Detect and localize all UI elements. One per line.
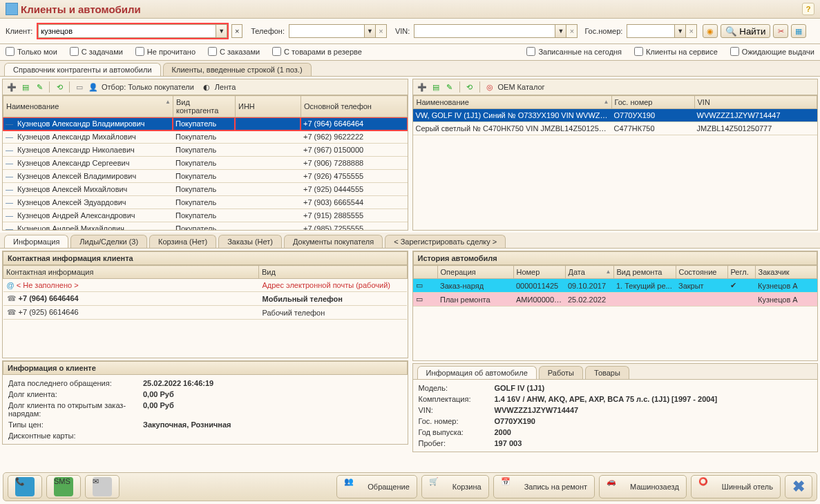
request-button[interactable]: 👥Обращение bbox=[336, 475, 417, 498]
col-inn[interactable]: ИНН bbox=[236, 96, 301, 117]
booking-button[interactable]: 📅Запись на ремонт bbox=[493, 475, 595, 498]
phone-input[interactable] bbox=[289, 24, 365, 38]
ear-icon-button[interactable]: ◉ bbox=[703, 24, 718, 38]
gosnumber-input[interactable] bbox=[627, 24, 675, 38]
search-icon: 🔍 bbox=[725, 26, 737, 37]
filter-only-mine[interactable]: Только мои bbox=[6, 47, 57, 56]
col-hist-customer[interactable]: Заказчик bbox=[755, 266, 817, 279]
add-list-icon[interactable]: ▤ bbox=[430, 81, 441, 93]
vin-label: VIN: bbox=[395, 27, 410, 35]
help-button[interactable]: ? bbox=[802, 3, 814, 15]
table-row[interactable]: ☎ +7 (925) 6614646Рабочий телефон bbox=[3, 306, 408, 320]
refresh-icon[interactable]: ⟲ bbox=[54, 81, 65, 93]
table-row[interactable]: VW, GOLF IV (1J1) Синий № О733УХ190 VIN … bbox=[413, 109, 818, 122]
col-contact[interactable]: Контактная информация bbox=[3, 266, 259, 279]
lenta-icon[interactable]: ◐ bbox=[201, 81, 212, 93]
table-row[interactable]: ▭План ремонтаАМИ000000125.02.2022Кузнецо… bbox=[413, 293, 817, 307]
col-hist-state[interactable]: Состояние bbox=[676, 266, 727, 279]
filter-booked-today[interactable]: Записанные на сегодня bbox=[526, 47, 622, 56]
client-clear[interactable]: × bbox=[231, 24, 242, 38]
add-icon[interactable]: ➕ bbox=[6, 81, 17, 93]
table-row[interactable]: — Кузнецов Александр МихайловичПокупател… bbox=[3, 130, 408, 144]
edit-icon[interactable]: ✎ bbox=[444, 81, 455, 93]
table-row[interactable]: — Кузнецов Александр ВладимировичПокупат… bbox=[3, 117, 408, 130]
tab-by-string[interactable]: Клиенты, введенные строкой (1 поз.) bbox=[163, 63, 312, 76]
table-row[interactable]: — Кузнецов Алексей ВладимировичПокупател… bbox=[3, 170, 408, 183]
table-row[interactable]: ☎ +7 (964) 6646464Мобильный телефон bbox=[3, 292, 408, 306]
client-info-header: Информация о клиенте bbox=[3, 361, 408, 375]
car-entry-button[interactable]: 🚗Машинозаезд bbox=[599, 475, 687, 498]
table-row[interactable]: — Кузнецов Алексей МихайловичПокупатель+… bbox=[3, 183, 408, 196]
table-row[interactable]: — Кузнецов Александр НиколаевичПокупател… bbox=[3, 144, 408, 157]
col-hist-date[interactable]: Дата▲ bbox=[565, 266, 613, 279]
vin-input[interactable] bbox=[414, 24, 555, 38]
col-hist-num[interactable]: Номер bbox=[513, 266, 565, 279]
filter-in-service[interactable]: Клиенты на сервисе bbox=[634, 47, 718, 56]
table-row[interactable]: — Кузнецов Андрей МихайловичПокупатель+7… bbox=[3, 222, 408, 231]
calendar-icon: 📅 bbox=[501, 477, 520, 496]
card-icon[interactable]: ▭ bbox=[74, 81, 85, 93]
vin-dropdown[interactable]: ▼ bbox=[555, 24, 566, 38]
table-row[interactable]: — Кузнецов Алексей ЭдуардовичПокупатель+… bbox=[3, 196, 408, 209]
sms-action[interactable]: SMS bbox=[46, 475, 81, 498]
client-input[interactable] bbox=[38, 24, 216, 38]
filter-with-orders[interactable]: С заказами bbox=[208, 47, 260, 56]
col-car-name[interactable]: Наименование▲ bbox=[413, 96, 611, 109]
refresh-icon[interactable]: ⟲ bbox=[464, 81, 475, 93]
table-row[interactable]: Серый светлый № С470НК750 VIN JMZBL14Z50… bbox=[413, 122, 818, 135]
tool2-button[interactable]: ▦ bbox=[791, 24, 806, 38]
find-button[interactable]: 🔍Найти bbox=[721, 24, 770, 38]
car-icon: 🚗 bbox=[607, 477, 626, 496]
col-hist-repair[interactable]: Вид ремонта bbox=[613, 266, 676, 279]
tool1-button[interactable]: ✂ bbox=[773, 24, 788, 38]
col-type[interactable]: Вид контрагента bbox=[173, 96, 236, 117]
col-hist-reg[interactable]: Регл. bbox=[727, 266, 755, 279]
filter-with-tasks[interactable]: С задачами bbox=[70, 47, 123, 56]
close-button[interactable]: ✖ bbox=[785, 475, 812, 498]
col-car-gos[interactable]: Гос. номер bbox=[611, 96, 694, 109]
lenta-label: Лента bbox=[215, 83, 236, 91]
tab-directory[interactable]: Справочник контрагенты и автомобили bbox=[4, 63, 161, 76]
phone-clear[interactable]: × bbox=[376, 24, 387, 38]
info-row: Год выпуска:2000 bbox=[413, 427, 818, 438]
add-list-icon[interactable]: ▤ bbox=[20, 81, 31, 93]
app-icon bbox=[6, 3, 18, 15]
client-dropdown[interactable]: ▼ bbox=[216, 24, 227, 38]
col-kind[interactable]: Вид bbox=[259, 266, 408, 279]
info-row: Модель:GOLF IV (1J1) bbox=[413, 382, 818, 394]
col-hist-icon[interactable] bbox=[413, 266, 437, 279]
col-hist-op[interactable]: Операция bbox=[437, 266, 513, 279]
filter-unread[interactable]: Не прочитано bbox=[135, 47, 196, 56]
table-row[interactable]: — Кузнецов Александр СергеевичПокупатель… bbox=[3, 157, 408, 170]
col-car-vin[interactable]: VIN bbox=[694, 96, 817, 109]
oem-icon[interactable]: ◎ bbox=[484, 81, 495, 93]
tab-car-info[interactable]: Информация об автомобиле bbox=[417, 366, 537, 379]
col-phone[interactable]: Основной телефон bbox=[301, 96, 408, 117]
tab-leads[interactable]: Лиды/Сделки (3) bbox=[70, 235, 147, 248]
filter-waiting-pickup[interactable]: Ожидающие выдачи bbox=[730, 47, 814, 56]
tab-car-goods[interactable]: Товары bbox=[585, 366, 629, 379]
gosnumber-clear[interactable]: × bbox=[686, 24, 697, 38]
tab-cart[interactable]: Корзина (Нет) bbox=[149, 235, 216, 248]
tab-docs[interactable]: Документы покупателя bbox=[284, 235, 383, 248]
person-icon[interactable]: 👤 bbox=[88, 81, 99, 93]
edit-icon[interactable]: ✎ bbox=[34, 81, 45, 93]
tab-register[interactable]: < Зарегистрировать сделку > bbox=[385, 235, 506, 248]
gosnumber-dropdown[interactable]: ▼ bbox=[675, 24, 686, 38]
cart-button[interactable]: 🛒Корзина bbox=[421, 475, 489, 498]
tire-hotel-button[interactable]: ⭕Шинный отель bbox=[691, 475, 781, 498]
filter-with-reserved[interactable]: С товарами в резерве bbox=[272, 47, 362, 56]
col-name[interactable]: Наименование▲ bbox=[3, 96, 173, 117]
tab-info[interactable]: Информация bbox=[4, 235, 68, 248]
add-icon[interactable]: ➕ bbox=[417, 81, 428, 93]
vin-clear[interactable]: × bbox=[566, 24, 578, 38]
phone-action[interactable]: 📞 bbox=[8, 475, 42, 498]
table-row[interactable]: @ < Не заполнено >Адрес электронной почт… bbox=[3, 279, 408, 292]
info-row: Долг клиента:0,00 Руб bbox=[3, 389, 408, 400]
email-action[interactable]: ✉ bbox=[85, 475, 120, 498]
tab-orders[interactable]: Заказы (Нет) bbox=[218, 235, 282, 248]
table-row[interactable]: ▭Заказ-наряд000001142509.10.20171. Текущ… bbox=[413, 279, 817, 293]
table-row[interactable]: — Кузнецов Андрей АлександровичПокупател… bbox=[3, 209, 408, 222]
tab-car-works[interactable]: Работы bbox=[539, 366, 583, 379]
phone-dropdown[interactable]: ▼ bbox=[365, 24, 376, 38]
